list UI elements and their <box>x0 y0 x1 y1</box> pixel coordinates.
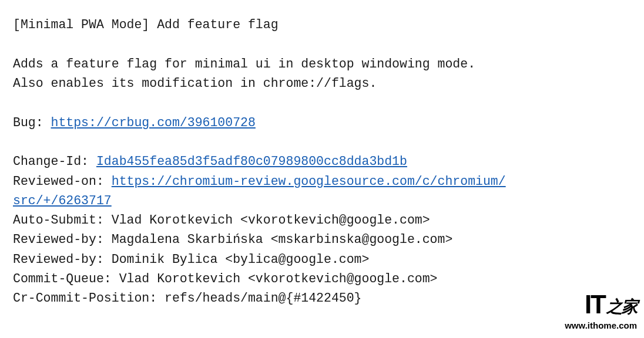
reviewed-by-line: Reviewed-by: Dominik Bylica <bylica@goog… <box>13 252 369 266</box>
commit-message: [Minimal PWA Mode] Add feature flag Adds… <box>13 15 631 309</box>
reviewed-by-line: Reviewed-by: Magdalena Skarbińska <mskar… <box>13 232 452 246</box>
auto-submit-line: Auto-Submit: Vlad Korotkevich <vkorotkev… <box>13 213 430 227</box>
bug-link[interactable]: https://crbug.com/396100728 <box>51 116 256 130</box>
commit-body-line: Adds a feature flag for minimal ui in de… <box>13 57 475 71</box>
change-id-link[interactable]: Idab455fea85d3f5adf80c07989800cc8dda3bd1… <box>96 154 407 168</box>
reviewed-on-label: Reviewed-on: <box>13 174 112 188</box>
cr-commit-position-line: Cr-Commit-Position: refs/heads/main@{#14… <box>13 291 362 305</box>
reviewed-on-url-part1: https://chromium-review.googlesource.com… <box>112 174 506 188</box>
commit-title: [Minimal PWA Mode] Add feature flag <box>13 18 279 32</box>
watermark-url: www.ithome.com <box>565 319 637 332</box>
bug-label: Bug: <box>13 116 51 130</box>
commit-queue-line: Commit-Queue: Vlad Korotkevich <vkorotke… <box>13 272 438 286</box>
commit-body-line: Also enables its modification in chrome:… <box>13 76 377 90</box>
change-id-label: Change-Id: <box>13 154 96 168</box>
reviewed-on-url-part2: src/+/6263717 <box>13 194 112 208</box>
